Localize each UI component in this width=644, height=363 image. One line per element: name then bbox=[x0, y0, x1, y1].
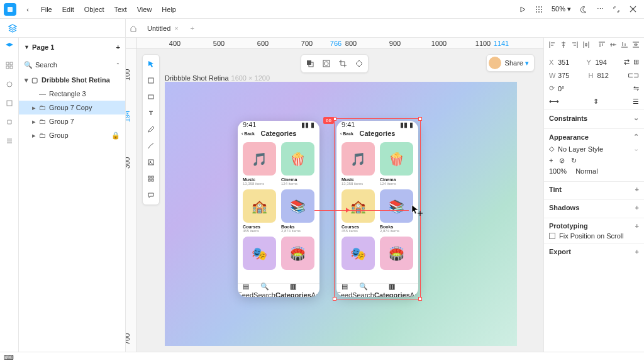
tool-select[interactable] bbox=[144, 57, 158, 71]
tool-text[interactable] bbox=[144, 106, 158, 120]
list-icon[interactable]: ☰ bbox=[633, 98, 639, 106]
field-x[interactable]: 351 bbox=[558, 59, 569, 66]
align-bottom-icon[interactable] bbox=[620, 40, 629, 49]
tool-frame[interactable] bbox=[144, 74, 158, 87]
collapse-icon[interactable]: ⌃ bbox=[116, 62, 120, 68]
keyboard-icon[interactable]: ⌨ bbox=[4, 354, 14, 362]
swap-xy-icon[interactable]: ⇄ bbox=[624, 58, 630, 66]
tab-close-icon[interactable]: × bbox=[174, 25, 178, 32]
section-shadows[interactable]: Shadows bbox=[549, 204, 579, 211]
spacing-icon[interactable]: ⇕ bbox=[593, 98, 599, 106]
field-w[interactable]: 375 bbox=[558, 72, 569, 79]
resize-handle[interactable] bbox=[418, 117, 422, 121]
nav-back-icon[interactable]: ‹ bbox=[20, 2, 35, 17]
layers-icon[interactable] bbox=[5, 21, 20, 36]
menu-file[interactable]: File bbox=[36, 3, 57, 16]
menu-object[interactable]: Object bbox=[80, 3, 109, 16]
artboard-label[interactable]: Dribbble Shot Retina1600 × 1200 bbox=[165, 74, 270, 82]
layer-rectangle[interactable]: —Rectangle 3 bbox=[19, 87, 125, 101]
lock-ratio-icon[interactable]: ⊏⊐ bbox=[628, 71, 639, 79]
overflow-icon[interactable]: ⋯ bbox=[592, 2, 608, 17]
tool-image[interactable] bbox=[144, 155, 158, 169]
section-appearance[interactable]: Appearance bbox=[549, 133, 589, 141]
rail-assets-icon[interactable] bbox=[3, 97, 16, 109]
distribute-v-icon[interactable] bbox=[631, 40, 640, 49]
menu-help[interactable]: Help bbox=[157, 3, 180, 16]
new-tab-icon[interactable]: + bbox=[185, 21, 200, 36]
resize-handle[interactable] bbox=[418, 297, 422, 301]
align-to-pixel-icon[interactable]: ⊞ bbox=[633, 58, 639, 66]
rail-styles-icon[interactable] bbox=[3, 78, 16, 91]
field-h[interactable]: 812 bbox=[597, 72, 609, 79]
chevron-down-icon[interactable]: ⌄ bbox=[633, 114, 639, 122]
crop-icon[interactable] bbox=[336, 57, 349, 70]
no-layer-style[interactable]: No Layer Style bbox=[558, 145, 603, 153]
rail-layers-icon[interactable] bbox=[3, 40, 16, 53]
section-prototyping[interactable]: Prototyping bbox=[549, 222, 588, 230]
layer-group[interactable]: ▸🗀Group🔒 bbox=[19, 128, 125, 142]
add-icon[interactable]: + bbox=[635, 248, 639, 255]
fix-position-checkbox[interactable] bbox=[549, 233, 555, 239]
page-name[interactable]: Page 1 bbox=[32, 43, 54, 51]
add-page-icon[interactable]: + bbox=[116, 43, 120, 51]
theme-icon[interactable] bbox=[576, 2, 591, 17]
add-icon[interactable]: + bbox=[635, 186, 639, 193]
align-hcenter-icon[interactable] bbox=[559, 40, 568, 49]
flip-h-icon[interactable]: ⇋ bbox=[633, 84, 639, 92]
zoom-level[interactable]: 50% ▾ bbox=[548, 5, 575, 13]
section-constraints[interactable]: Constraints bbox=[549, 114, 587, 122]
canvas[interactable]: 4005006007007668009001000110011411300 10… bbox=[126, 38, 543, 352]
menu-view[interactable]: View bbox=[133, 3, 157, 16]
layer-search[interactable]: Search bbox=[35, 61, 57, 69]
create-component-icon[interactable] bbox=[353, 57, 365, 70]
rail-shortcuts-icon[interactable] bbox=[3, 116, 16, 128]
align-left-icon[interactable] bbox=[548, 40, 557, 49]
layer-group7-copy[interactable]: ▸🗀Group 7 Copy bbox=[19, 101, 125, 114]
add-icon[interactable]: + bbox=[635, 204, 639, 211]
chevron-down-icon[interactable]: ▼ bbox=[24, 44, 30, 50]
tool-rectangle[interactable] bbox=[144, 90, 158, 104]
field-y[interactable]: 194 bbox=[596, 59, 607, 66]
refresh-style-icon[interactable]: ↻ bbox=[571, 157, 577, 165]
lock-icon[interactable]: 🔒 bbox=[111, 131, 120, 140]
menu-text[interactable]: Text bbox=[110, 3, 131, 16]
home-icon[interactable] bbox=[126, 21, 141, 36]
tool-pencil[interactable] bbox=[144, 139, 158, 153]
menu-edit[interactable]: Edit bbox=[58, 3, 79, 16]
add-style-icon[interactable]: + bbox=[549, 157, 553, 165]
rail-more-icon[interactable] bbox=[3, 135, 16, 147]
blend-mode[interactable]: Normal bbox=[575, 167, 597, 175]
chevron-up-icon[interactable]: ⌃ bbox=[633, 133, 639, 141]
add-icon[interactable]: + bbox=[635, 222, 639, 230]
layer-group7[interactable]: ▸🗀Group 7 bbox=[19, 114, 125, 128]
field-rotation[interactable]: 0° bbox=[558, 85, 565, 92]
layer-frame[interactable]: ▾▢Dribbble Shot Retina bbox=[19, 73, 125, 87]
chevron-down-icon[interactable]: ⌄ bbox=[633, 145, 639, 153]
layer-tree: ▾▢Dribbble Shot Retina —Rectangle 3 ▸🗀Gr… bbox=[19, 73, 125, 352]
opacity-field[interactable]: 100% bbox=[549, 167, 567, 175]
tool-comment[interactable] bbox=[144, 188, 158, 202]
section-export[interactable]: Export bbox=[549, 248, 571, 255]
tab-document[interactable]: Untitled× bbox=[141, 25, 185, 32]
rail-components-icon[interactable] bbox=[3, 59, 16, 72]
tool-component[interactable] bbox=[144, 172, 158, 186]
tool-pen[interactable] bbox=[144, 123, 158, 137]
style-swatch-icon[interactable]: ◇ bbox=[549, 145, 554, 153]
share-chip[interactable]: Share ▾ bbox=[486, 54, 535, 72]
spacing-icon[interactable]: ⟷ bbox=[549, 98, 559, 106]
expand-icon[interactable] bbox=[609, 2, 624, 17]
distribute-h-icon[interactable] bbox=[582, 40, 591, 49]
align-right-icon[interactable] bbox=[570, 40, 579, 49]
align-top-icon[interactable] bbox=[597, 40, 606, 49]
play-icon[interactable] bbox=[515, 2, 530, 17]
align-vcenter-icon[interactable] bbox=[609, 40, 618, 49]
mask-icon[interactable] bbox=[320, 57, 333, 70]
mockup-phone-original[interactable]: 9:41▮▮ ▮‹ BackCategories🎵Music13,358 ite… bbox=[238, 121, 319, 297]
boolean-icon[interactable] bbox=[304, 57, 316, 70]
app-logo[interactable] bbox=[4, 3, 16, 16]
apply-style-icon[interactable]: ⊘ bbox=[559, 157, 565, 165]
close-icon[interactable] bbox=[625, 2, 640, 17]
section-tint[interactable]: Tint bbox=[549, 186, 562, 193]
pixel-grid-icon[interactable] bbox=[531, 2, 547, 17]
resize-handle[interactable] bbox=[333, 297, 336, 301]
